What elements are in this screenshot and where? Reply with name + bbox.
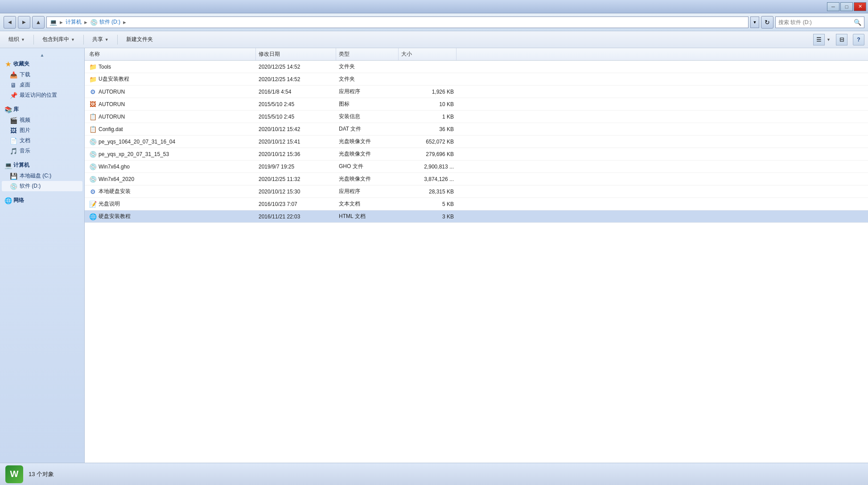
table-row[interactable]: ⚙ AUTORUN 2016/1/8 4:54 应用程序 1,926 KB	[85, 86, 868, 98]
computer-sidebar-icon: 💻	[4, 162, 12, 169]
sidebar-item-music[interactable]: 🎵 音乐	[2, 146, 82, 156]
back-button[interactable]: ◄	[4, 16, 16, 29]
path-sep-2: ►	[83, 20, 88, 25]
sidebar-header-favorites[interactable]: ★ 收藏夹	[2, 58, 82, 70]
table-row[interactable]: 💿 pe_yqs_xp_20_07_31_15_53 2020/10/12 15…	[85, 148, 868, 160]
recent-label: 最近访问的位置	[20, 91, 57, 99]
scroll-up-arrow[interactable]: ▲	[2, 52, 82, 58]
file-name-cell: 📁 Tools	[86, 63, 256, 70]
new-folder-button[interactable]: 新建文件夹	[121, 33, 158, 46]
sidebar-item-downloads[interactable]: 📥 下载	[2, 70, 82, 80]
file-type-cell: HTML 文档	[336, 213, 399, 220]
file-name-cell: 📁 U盘安装教程	[86, 75, 256, 83]
file-icon: 💿	[89, 163, 96, 170]
file-type-cell: DAT 文件	[336, 125, 399, 133]
table-row[interactable]: 📁 U盘安装教程 2020/12/25 14:52 文件夹	[85, 73, 868, 86]
file-name-cell: 💿 pe_yqs_xp_20_07_31_15_53	[86, 151, 256, 158]
file-date-cell: 2020/10/12 15:41	[256, 139, 336, 145]
file-size-cell: 1,926 KB	[399, 89, 457, 95]
file-type-cell: 文本文档	[336, 200, 399, 208]
search-input[interactable]	[778, 19, 854, 25]
video-label: 视频	[20, 116, 30, 124]
file-size-cell: 10 KB	[399, 101, 457, 107]
close-button[interactable]: ✕	[854, 2, 866, 11]
file-icon: ⚙	[89, 188, 96, 195]
table-row[interactable]: 📁 Tools 2020/12/25 14:52 文件夹	[85, 61, 868, 73]
share-dropdown-arrow: ▼	[105, 37, 109, 42]
sidebar-item-docs[interactable]: 📄 文档	[2, 136, 82, 146]
downloads-icon: 📥	[10, 71, 17, 78]
maximize-button[interactable]: □	[840, 2, 853, 11]
file-icon: 🖼	[89, 101, 96, 108]
search-icon[interactable]: 🔍	[854, 19, 861, 26]
col-header-size[interactable]: 大小	[399, 48, 457, 60]
file-name: AUTORUN	[99, 114, 125, 120]
file-size-cell: 36 KB	[399, 126, 457, 132]
libraries-label: 库	[13, 106, 19, 113]
up-button[interactable]: ▲	[32, 16, 45, 29]
sidebar-section-computer: 💻 计算机 💾 本地磁盘 (C:) 💿 软件 (D:)	[2, 160, 82, 191]
file-name-cell: 🌐 硬盘安装教程	[86, 213, 256, 220]
file-icon: ⚙	[89, 88, 96, 95]
pictures-icon: 🖼	[10, 127, 17, 134]
sidebar-item-drive-c[interactable]: 💾 本地磁盘 (C:)	[2, 171, 82, 181]
sidebar-section-favorites: ★ 收藏夹 📥 下载 🖥 桌面 📌 最近访问的位置	[2, 58, 82, 100]
file-name-cell: ⚙ 本地硬盘安装	[86, 188, 256, 195]
sidebar: ▲ ★ 收藏夹 📥 下载 🖥 桌面 📌 最近访问的位置 📚	[0, 48, 85, 463]
sidebar-item-recent[interactable]: 📌 最近访问的位置	[2, 90, 82, 100]
sidebar-item-desktop[interactable]: 🖥 桌面	[2, 80, 82, 90]
pictures-label: 图片	[20, 127, 30, 134]
file-name: 光盘说明	[99, 200, 120, 208]
sidebar-item-pictures[interactable]: 🖼 图片	[2, 125, 82, 136]
file-size-cell: 3 KB	[399, 214, 457, 220]
col-header-type[interactable]: 类型	[336, 48, 399, 60]
include-label: 包含到库中	[42, 36, 69, 43]
sidebar-header-network[interactable]: 🌐 网络	[2, 195, 82, 206]
sidebar-header-libraries[interactable]: 📚 库	[2, 104, 82, 115]
sidebar-header-computer[interactable]: 💻 计算机	[2, 160, 82, 171]
table-row[interactable]: 💿 pe_yqs_1064_20_07_31_16_04 2020/10/12 …	[85, 136, 868, 148]
col-header-name[interactable]: 名称	[86, 48, 256, 60]
minimize-button[interactable]: ─	[827, 2, 839, 11]
help-button[interactable]: ?	[853, 34, 864, 45]
organize-button[interactable]: 组织 ▼	[4, 33, 30, 46]
table-row[interactable]: ⚙ 本地硬盘安装 2020/10/12 15:30 应用程序 28,315 KB	[85, 185, 868, 198]
table-row[interactable]: 📋 AUTORUN 2015/5/10 2:45 安装信息 1 KB	[85, 111, 868, 123]
file-type-cell: GHO 文件	[336, 163, 399, 170]
table-row[interactable]: 🖼 AUTORUN 2015/5/10 2:45 图标 10 KB	[85, 98, 868, 111]
table-row[interactable]: 🌐 硬盘安装教程 2016/11/21 22:03 HTML 文档 3 KB	[85, 210, 868, 223]
organize-label: 组织	[8, 36, 19, 43]
file-name: Win7x64.gho	[99, 164, 130, 170]
libraries-icon: 📚	[4, 106, 12, 113]
file-type-cell: 光盘映像文件	[336, 150, 399, 158]
path-computer[interactable]: 计算机	[66, 18, 82, 26]
address-dropdown[interactable]: ▼	[750, 16, 759, 28]
computer-icon: 💻	[49, 19, 57, 26]
share-button[interactable]: 共享 ▼	[87, 33, 114, 46]
sidebar-item-drive-d[interactable]: 💿 软件 (D:)	[2, 181, 82, 191]
include-button[interactable]: 包含到库中 ▼	[37, 33, 80, 46]
drive-c-icon: 💾	[10, 173, 17, 180]
file-icon: 💿	[89, 176, 96, 183]
table-row[interactable]: 💿 Win7x64.gho 2019/9/7 19:25 GHO 文件 2,90…	[85, 160, 868, 173]
table-row[interactable]: 💿 Win7x64_2020 2020/12/25 11:32 光盘映像文件 3…	[85, 173, 868, 185]
path-drive[interactable]: 软件 (D:)	[99, 18, 120, 26]
table-row[interactable]: 📝 光盘说明 2016/10/23 7:07 文本文档 5 KB	[85, 198, 868, 210]
forward-button[interactable]: ►	[18, 16, 30, 29]
layout-button[interactable]: ⊟	[836, 34, 847, 45]
drive-icon: 💿	[90, 19, 98, 26]
view-dropdown-arrow[interactable]: ▼	[827, 37, 831, 42]
sidebar-item-video[interactable]: 🎬 视频	[2, 115, 82, 125]
col-header-date[interactable]: 修改日期	[256, 48, 336, 60]
new-folder-label: 新建文件夹	[126, 36, 153, 43]
refresh-button[interactable]: ↻	[761, 16, 773, 29]
include-dropdown-arrow: ▼	[71, 37, 75, 42]
file-name-cell: 💿 Win7x64.gho	[86, 163, 256, 170]
view-toggle-button[interactable]: ☰	[813, 34, 825, 45]
file-area: 名称 修改日期 类型 大小 📁 Tools 2020/12/25 14:52 文…	[85, 48, 868, 463]
file-size-cell: 1 KB	[399, 114, 457, 120]
table-row[interactable]: 📋 Config.dat 2020/10/12 15:42 DAT 文件 36 …	[85, 123, 868, 136]
file-name: 硬盘安装教程	[99, 213, 131, 220]
file-icon: 📁	[89, 76, 96, 83]
sidebar-section-libraries: 📚 库 🎬 视频 🖼 图片 📄 文档 🎵 音乐	[2, 104, 82, 156]
